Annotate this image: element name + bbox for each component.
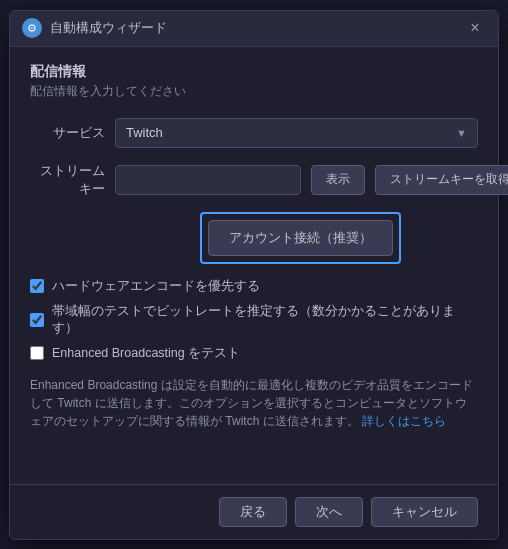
get-key-button[interactable]: ストリームキーを取得 (375, 165, 508, 195)
service-row: サービス Twitch ▼ (30, 118, 478, 148)
info-text-block: Enhanced Broadcasting は設定を自動的に最適化し複数のビデオ… (30, 376, 478, 430)
info-text-link[interactable]: 詳しくはこちら (362, 414, 446, 428)
checkbox-enhanced-test-label: Enhanced Broadcasting をテスト (52, 345, 240, 362)
checkbox-bandwidth-test[interactable]: 帯域幅のテストでビットレートを推定する（数分かかることがあります） (30, 303, 478, 337)
dialog-footer: 戻る 次へ キャンセル (10, 484, 498, 539)
title-bar-left: ⚙ 自動構成ウィザード (22, 18, 167, 38)
checkbox-group: ハードウェアエンコードを優先する 帯域幅のテストでビットレートを推定する（数分か… (30, 278, 478, 362)
title-bar: ⚙ 自動構成ウィザード × (10, 11, 498, 47)
stream-key-row: ストリームキー 表示 ストリームキーを取得 (30, 162, 478, 198)
account-connect-container: アカウント接続（推奨） (115, 212, 478, 264)
service-selected-value: Twitch (126, 125, 163, 140)
checkbox-enhanced-test[interactable]: Enhanced Broadcasting をテスト (30, 345, 478, 362)
checkbox-hw-encode-label: ハードウェアエンコードを優先する (52, 278, 260, 295)
dropdown-arrow-icon: ▼ (456, 127, 467, 139)
show-key-button[interactable]: 表示 (311, 165, 365, 195)
close-button[interactable]: × (464, 17, 486, 39)
app-icon: ⚙ (22, 18, 42, 38)
checkbox-enhanced-test-input[interactable] (30, 346, 44, 360)
checkbox-hw-encode[interactable]: ハードウェアエンコードを優先する (30, 278, 478, 295)
cancel-button[interactable]: キャンセル (371, 497, 478, 527)
account-connect-button[interactable]: アカウント接続（推奨） (208, 220, 393, 256)
service-label: サービス (30, 124, 105, 142)
checkbox-bandwidth-test-label: 帯域幅のテストでビットレートを推定する（数分かかることがあります） (52, 303, 478, 337)
checkbox-bandwidth-test-input[interactable] (30, 313, 44, 327)
section-title: 配信情報 (30, 63, 478, 81)
stream-key-label: ストリームキー (30, 162, 105, 198)
checkbox-hw-encode-input[interactable] (30, 279, 44, 293)
account-connect-highlight: アカウント接続（推奨） (200, 212, 401, 264)
back-button[interactable]: 戻る (219, 497, 287, 527)
auto-config-dialog: ⚙ 自動構成ウィザード × 配信情報 配信情報を入力してください サービス Tw… (9, 10, 499, 540)
service-select[interactable]: Twitch ▼ (115, 118, 478, 148)
section-header: 配信情報 配信情報を入力してください (30, 63, 478, 100)
next-button[interactable]: 次へ (295, 497, 363, 527)
section-subtitle: 配信情報を入力してください (30, 83, 478, 100)
dialog-content: 配信情報 配信情報を入力してください サービス Twitch ▼ ストリームキー… (10, 47, 498, 484)
dialog-title: 自動構成ウィザード (50, 19, 167, 37)
stream-key-input[interactable] (115, 165, 301, 195)
